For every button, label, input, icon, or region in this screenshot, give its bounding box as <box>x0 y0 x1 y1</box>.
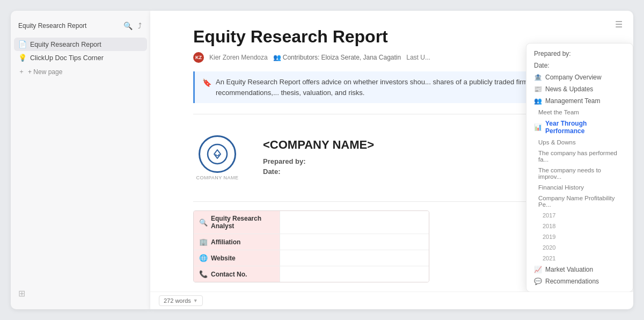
new-page-label: + New page <box>28 68 62 76</box>
plus-icon: ＋ <box>18 67 25 76</box>
contributors-label: Contributors: <box>283 54 320 61</box>
company-logo: COMPANY NAME <box>193 134 241 182</box>
author-name: Kier Zoren Mendoza <box>209 54 268 61</box>
word-count-box[interactable]: 272 words ▼ <box>159 295 203 306</box>
svg-point-0 <box>208 144 227 164</box>
logo-circle <box>199 135 236 173</box>
share-icon: ⤴ <box>138 21 142 30</box>
new-page-button[interactable]: ＋ + New page <box>14 64 147 79</box>
toc-label-news: News & Updates <box>545 85 593 93</box>
globe-row-icon: 🌐 <box>199 254 208 262</box>
sidebar-header: Equity Research Report 🔍 ⤴ <box>11 16 150 35</box>
analyst-label-1: 🏢 Affiliation <box>194 234 280 250</box>
analyst-label-text-3: Contact No. <box>211 271 247 278</box>
toc-item-financial[interactable]: Financial History <box>526 182 633 193</box>
sidebar: Equity Research Report 🔍 ⤴ 📄 Equity Rese… <box>11 11 150 309</box>
toc-item-recommendations[interactable]: 💬 Recommendations <box>526 275 633 287</box>
analyst-value-3[interactable] <box>280 266 429 282</box>
toc-item-2019[interactable]: 2019 <box>526 231 633 242</box>
phone-row-icon: 📞 <box>199 270 208 278</box>
document-icon: 📄 <box>18 40 27 48</box>
sidebar-item-label: Equity Research Report <box>30 41 101 48</box>
toc-label-prepared: Prepared by: <box>534 50 571 57</box>
toc-item-valuation[interactable]: 📈 Market Valuation <box>526 264 633 275</box>
analyst-row-0: 🔍 Equity Research Analyst <box>194 211 429 234</box>
toc-label-meet: Meet the Team <box>538 109 579 115</box>
toc-item-2020[interactable]: 2020 <box>526 242 633 253</box>
logo-svg <box>207 143 228 165</box>
toc-item-management[interactable]: 👥 Management Team <box>526 95 633 107</box>
toc-icon-management: 👥 <box>534 97 542 105</box>
toc-item-ups[interactable]: Ups & Downs <box>526 137 633 148</box>
analyst-value-1[interactable] <box>280 234 429 250</box>
analyst-value-0[interactable] <box>280 211 429 234</box>
toc-icon-valuation: 📈 <box>534 266 542 273</box>
sidebar-header-actions: 🔍 ⤴ <box>122 20 143 31</box>
toc-panel: Prepared by: Date: 🏦 Company Overview 📰 … <box>526 43 633 292</box>
contributors-icon: 👥 <box>273 54 281 61</box>
lightbulb-icon: 💡 <box>18 54 27 62</box>
toc-label-overview: Company Overview <box>545 74 602 81</box>
toc-toggle-button[interactable]: ☰ <box>615 19 623 30</box>
toc-label-recommendations: Recommendations <box>545 278 599 285</box>
toc-label-valuation: Market Valuation <box>545 266 593 273</box>
analyst-row-3: 📞 Contact No. <box>194 266 429 282</box>
date-label: Date: <box>263 168 281 176</box>
doc-area: ☰ Equity Research Report KZ Kier Zoren M… <box>150 11 633 292</box>
toc-label-2021: 2021 <box>543 255 555 261</box>
sidebar-item-clickup-tips[interactable]: 💡 ClickUp Doc Tips Corner <box>14 51 147 64</box>
toc-label-2019: 2019 <box>543 234 555 240</box>
search-row-icon: 🔍 <box>199 219 208 227</box>
sidebar-item-equity-report[interactable]: 📄 Equity Research Report <box>14 38 147 51</box>
toc-icon-news: 📰 <box>534 85 542 93</box>
share-button[interactable]: ⤴ <box>137 20 143 31</box>
analyst-row-2: 🌐 Website <box>194 250 429 266</box>
toc-label-performed: The company has performed fa... <box>538 150 625 163</box>
toc-label-financial: Financial History <box>538 184 584 191</box>
search-icon: 🔍 <box>123 21 133 30</box>
doc-top-bar: ☰ <box>615 19 623 30</box>
sidebar-nav: 📄 Equity Research Report 💡 ClickUp Doc T… <box>11 38 150 283</box>
toc-label-2018: 2018 <box>543 223 555 229</box>
analyst-label-text-1: Affiliation <box>211 238 240 246</box>
analyst-label-2: 🌐 Website <box>194 250 280 266</box>
contributors-section: 👥 Contributors: Eloiza Serate, Jana Caga… <box>273 54 401 61</box>
toc-icon-overview: 🏦 <box>534 74 542 81</box>
toc-item-2018[interactable]: 2018 <box>526 221 633 231</box>
toc-item-improve[interactable]: The company needs to improv... <box>526 165 633 182</box>
analyst-value-2[interactable] <box>280 250 429 266</box>
toc-item-overview[interactable]: 🏦 Company Overview <box>526 71 633 83</box>
toc-label-improve: The company needs to improv... <box>538 167 625 180</box>
toc-label-management: Management Team <box>545 97 601 105</box>
toc-label-2017: 2017 <box>543 212 555 219</box>
grid-icon: ⊞ <box>18 289 25 298</box>
toc-item-2021[interactable]: 2021 <box>526 253 633 264</box>
prepared-by-label: Prepared by: <box>263 157 305 165</box>
toc-item-performed[interactable]: The company has performed fa... <box>526 148 633 165</box>
main-content: ☰ Equity Research Report KZ Kier Zoren M… <box>150 11 633 309</box>
toc-item-news[interactable]: 📰 News & Updates <box>526 83 633 95</box>
search-button[interactable]: 🔍 <box>122 20 134 31</box>
word-count: 272 words <box>164 297 191 304</box>
analyst-label-text-0: Equity Research Analyst <box>211 215 274 230</box>
toc-item-profitability[interactable]: Company Name Profitability Pe... <box>526 193 633 210</box>
toc-icon-recommendations: 💬 <box>534 278 542 285</box>
sidebar-item-label: ClickUp Doc Tips Corner <box>30 54 104 62</box>
toc-icon: ☰ <box>615 20 623 29</box>
toc-item-performance[interactable]: 📊 Year Through Performance <box>526 118 633 137</box>
toc-item-2017[interactable]: 2017 <box>526 210 633 221</box>
toc-item-meet[interactable]: Meet the Team <box>526 107 633 118</box>
analyst-label-text-2: Website <box>211 254 236 262</box>
sidebar-title: Equity Research Report <box>18 22 86 30</box>
toc-item-prepared[interactable]: Prepared by: <box>526 48 633 60</box>
toc-item-date[interactable]: Date: <box>526 60 633 71</box>
toc-icon-performance: 📊 <box>534 123 542 131</box>
analyst-label-0: 🔍 Equity Research Analyst <box>194 211 280 234</box>
last-updated: Last U... <box>406 54 430 61</box>
author-avatar: KZ <box>193 52 204 63</box>
chevron-down-icon: ▼ <box>193 298 198 303</box>
company-label: COMPANY NAME <box>196 175 238 180</box>
toc-label-performance: Year Through Performance <box>545 120 625 135</box>
building-row-icon: 🏢 <box>199 238 208 246</box>
analyst-row-1: 🏢 Affiliation <box>194 234 429 250</box>
